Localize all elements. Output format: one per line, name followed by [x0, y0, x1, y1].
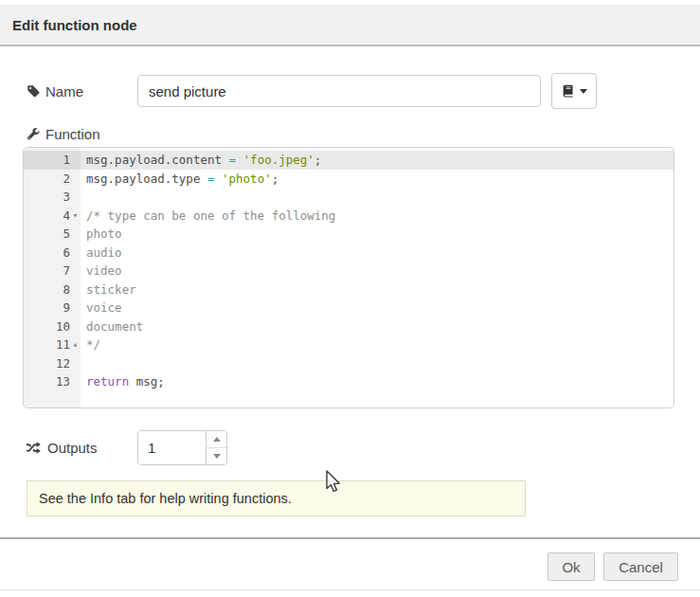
line-number: 1 — [24, 151, 81, 170]
code-token: photo — [86, 226, 122, 241]
code-token: ; — [314, 153, 322, 167]
code-text — [81, 188, 86, 207]
line-number-text: 10 — [56, 317, 70, 336]
code-token: 'photo' — [222, 172, 272, 186]
dialog-title: Edit function node — [12, 17, 137, 33]
code-line[interactable]: 8sticker — [24, 280, 673, 299]
code-token: return — [86, 374, 129, 389]
fold-toggle-icon[interactable]: ▴ — [70, 335, 81, 354]
triangle-up-icon — [213, 437, 221, 442]
wrench-icon — [27, 127, 40, 140]
outputs-spinner — [137, 430, 227, 465]
library-button[interactable] — [551, 73, 597, 109]
code-token — [236, 153, 243, 167]
ok-button[interactable]: Ok — [547, 552, 595, 581]
line-number: 4▾ — [24, 207, 81, 226]
code-lines: 1msg.payload.content = 'foo.jpeg';2msg.p… — [24, 151, 673, 391]
book-icon — [562, 84, 575, 98]
line-number: 10 — [24, 317, 81, 336]
line-number: 13 — [24, 372, 81, 391]
cancel-button[interactable]: Cancel — [603, 552, 678, 581]
code-text: photo — [81, 225, 122, 244]
spinner-up-button[interactable] — [206, 431, 226, 448]
outputs-input[interactable] — [138, 431, 206, 464]
line-number-text: 2 — [63, 170, 70, 189]
function-code-editor[interactable]: 1msg.payload.content = 'foo.jpeg';2msg.p… — [23, 147, 674, 408]
code-token: voice — [86, 300, 122, 315]
shuffle-icon — [27, 442, 42, 454]
line-number-text: 13 — [56, 372, 70, 391]
code-token: ; — [272, 172, 279, 186]
code-token: document — [86, 319, 143, 334]
code-token: video — [86, 263, 122, 278]
code-line[interactable]: 12 — [24, 354, 673, 373]
line-number-text: 8 — [63, 280, 70, 299]
line-number-text: 11 — [56, 335, 70, 354]
code-line[interactable]: 1msg.payload.content = 'foo.jpeg'; — [24, 151, 673, 170]
line-number-text: 5 — [63, 225, 70, 244]
code-token: msg.payload.content — [86, 153, 229, 167]
code-token: */ — [86, 337, 100, 352]
code-text: document — [81, 317, 143, 336]
code-line[interactable]: 2msg.payload.type = 'photo'; — [24, 170, 673, 189]
code-text: /* type can be one of the following — [81, 207, 335, 226]
code-text: return msg; — [81, 372, 165, 391]
edit-function-dialog: Edit function node Name Function 1msg.pa… — [0, 0, 700, 597]
line-number: 9 — [24, 298, 81, 317]
line-number-text: 12 — [56, 354, 70, 373]
code-line[interactable]: 11▴*/ — [24, 335, 673, 354]
code-text: video — [81, 262, 122, 280]
code-token: sticker — [86, 282, 136, 297]
name-input[interactable] — [137, 75, 541, 107]
name-label: Name — [27, 75, 83, 107]
code-line[interactable]: 5photo — [24, 225, 673, 244]
line-number-text: 9 — [63, 298, 70, 317]
code-line[interactable]: 6audio — [24, 244, 673, 262]
spinner-down-button[interactable] — [206, 448, 226, 464]
code-line[interactable]: 13return msg; — [24, 372, 673, 391]
spinner-buttons — [206, 431, 226, 464]
line-number: 7 — [24, 262, 81, 280]
code-line[interactable]: 9voice — [24, 298, 673, 317]
line-number-text: 1 — [63, 151, 70, 170]
line-number: 11▴ — [24, 335, 81, 354]
tag-icon — [27, 84, 40, 98]
code-text: msg.payload.type = 'photo'; — [81, 170, 278, 189]
line-number: 5 — [24, 225, 81, 244]
line-number: 6 — [24, 244, 81, 262]
code-text — [81, 354, 86, 373]
line-number: 12 — [24, 354, 81, 373]
line-number: 8 — [24, 280, 81, 299]
code-line[interactable]: 3 — [24, 188, 673, 207]
line-number-text: 4 — [63, 207, 70, 226]
code-token: audio — [86, 245, 122, 260]
code-line[interactable]: 4▾/* type can be one of the following — [24, 207, 673, 226]
line-number-text: 6 — [63, 244, 70, 262]
line-number: 2 — [24, 170, 81, 189]
code-token: msg.payload.type — [86, 172, 207, 186]
code-text: voice — [81, 298, 122, 317]
code-token — [214, 172, 222, 186]
chevron-down-icon — [580, 89, 587, 94]
code-line[interactable]: 10document — [24, 317, 673, 336]
outputs-label: Outputs — [27, 430, 98, 465]
info-tip: See the Info tab for help writing functi… — [27, 480, 526, 516]
code-line[interactable]: 7video — [24, 262, 673, 280]
code-token: msg; — [129, 374, 165, 389]
dialog-header: Edit function node — [0, 5, 700, 46]
triangle-down-icon — [213, 454, 221, 459]
function-label: Function — [27, 124, 100, 143]
fold-toggle-icon[interactable]: ▾ — [70, 207, 81, 226]
line-number-text: 7 — [63, 262, 70, 280]
code-token: 'foo.jpeg' — [243, 153, 314, 167]
code-token: /* type can be one of the following — [86, 208, 335, 223]
code-text: sticker — [81, 280, 136, 299]
line-number-text: 3 — [63, 188, 70, 207]
line-number: 3 — [24, 188, 81, 207]
code-text: msg.payload.content = 'foo.jpeg'; — [81, 151, 321, 170]
code-text: audio — [81, 244, 122, 262]
footer-divider — [0, 537, 700, 539]
dialog-bottom-edge — [0, 589, 700, 590]
code-text: */ — [81, 335, 100, 354]
code-token: = — [229, 153, 237, 167]
